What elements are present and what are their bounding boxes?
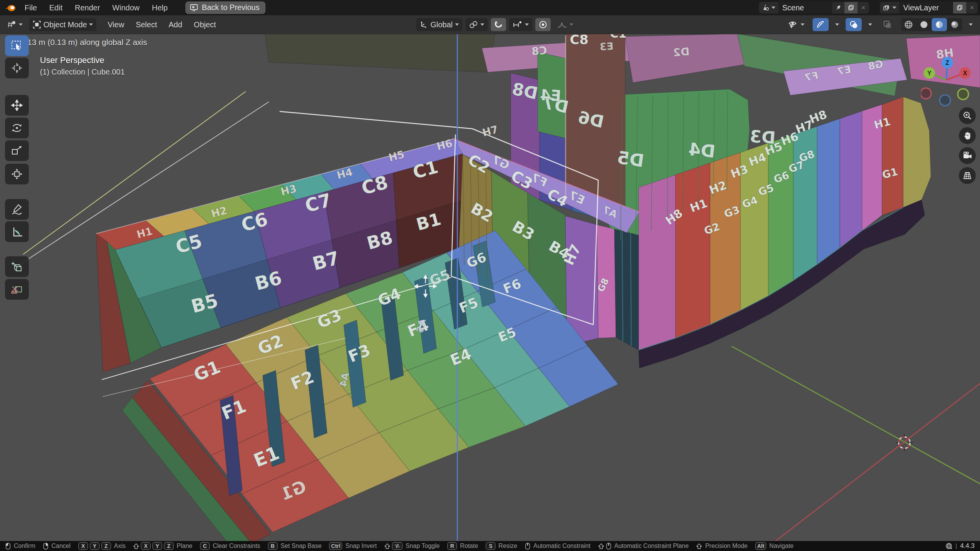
key-S-icon: S xyxy=(486,542,495,550)
blender-window: H1H2H3H4H5H6H7C5C6C7C8C1B5B6B7B8B1C2C3C4… xyxy=(0,0,980,551)
tool-annotate[interactable] xyxy=(5,199,29,220)
new-viewlayer-copy-button[interactable] xyxy=(953,2,966,13)
view-info: User Perspective (1) Collection | Cube.0… xyxy=(40,55,125,78)
new-scene-copy-button[interactable] xyxy=(844,2,858,13)
chevron-down-icon xyxy=(892,7,896,9)
transform-orientation-dropdown[interactable]: Global xyxy=(416,18,462,31)
viewport-canvas[interactable]: H1H2H3H4H5H6H7C5C6C7C8C1B5B6B7B8B1C2C3C4… xyxy=(0,0,980,551)
eye-cursor-icon xyxy=(788,20,798,29)
shading-solid-button[interactable] xyxy=(916,18,932,31)
shading-wireframe-button[interactable] xyxy=(901,18,916,31)
menu-file[interactable]: File xyxy=(18,0,43,15)
network-globe-icon xyxy=(945,543,952,549)
statusbar-hint: Confirm xyxy=(5,543,35,550)
visibility-dropdown[interactable] xyxy=(784,18,808,31)
tool-rotate[interactable] xyxy=(5,118,29,138)
tool-scale[interactable] xyxy=(5,140,29,161)
tool-select-box[interactable] xyxy=(5,35,29,56)
pivot-point-dropdown[interactable] xyxy=(465,18,488,31)
tool-add-cube[interactable] xyxy=(5,256,29,277)
proportional-falloff-dropdown[interactable] xyxy=(554,18,577,31)
statusbar-hint: XYZAxis xyxy=(78,542,126,550)
menu-edit[interactable]: Edit xyxy=(43,0,68,15)
tool-move[interactable] xyxy=(5,95,29,116)
editor-3dviewport-icon xyxy=(7,20,17,29)
navigation-gizmo[interactable]: Z Y X xyxy=(921,51,975,109)
snap-settings-dropdown[interactable] xyxy=(509,18,532,31)
menu-object[interactable]: Object xyxy=(188,15,222,34)
shift-icon xyxy=(133,543,139,549)
x-axis-line xyxy=(763,383,980,551)
unlink-scene-button[interactable]: × xyxy=(858,3,869,12)
menu-add[interactable]: Add xyxy=(163,15,188,34)
ghost-box xyxy=(280,111,472,129)
gizmo-minus-z-axis[interactable] xyxy=(940,95,950,106)
model-label: C8 xyxy=(531,44,547,58)
rotate-icon xyxy=(11,122,23,134)
magnifier-plus-icon xyxy=(963,111,972,120)
model-label: E3 xyxy=(599,40,614,53)
shading-dropdown[interactable] xyxy=(965,18,976,31)
tool-measure[interactable] xyxy=(5,221,29,242)
proportional-circle-icon xyxy=(539,20,547,29)
orientation-label: Global xyxy=(430,20,453,29)
tool-cursor[interactable] xyxy=(5,58,29,78)
orthographic-toggle-button[interactable] xyxy=(959,167,976,184)
key-R-icon: R xyxy=(447,542,457,550)
proportional-editing-button[interactable] xyxy=(535,18,551,31)
overlays-dropdown[interactable] xyxy=(865,18,876,31)
zoom-button[interactable] xyxy=(959,107,976,124)
viewlayer-name-field[interactable]: ViewLayer xyxy=(899,2,953,13)
model-face xyxy=(675,163,710,338)
snap-increment-icon xyxy=(513,20,523,29)
gizmos-dropdown[interactable] xyxy=(832,18,843,31)
blender-logo-icon[interactable] xyxy=(5,3,16,12)
model-face xyxy=(265,34,495,72)
overlays-toggle-button[interactable] xyxy=(846,18,862,31)
menu-help[interactable]: Help xyxy=(146,0,174,15)
model-face xyxy=(840,111,862,248)
xray-toggle-button[interactable] xyxy=(879,18,896,31)
menu-window[interactable]: Window xyxy=(106,0,146,15)
mode-dropdown[interactable]: Object Mode xyxy=(29,18,96,31)
transform-crosshair xyxy=(414,275,437,298)
gizmos-toggle-button[interactable] xyxy=(813,18,829,31)
tool-transform[interactable] xyxy=(5,164,29,184)
pan-button[interactable] xyxy=(959,127,976,144)
statusbar-hint: BSet Snap Base xyxy=(268,542,322,550)
remove-viewlayer-button[interactable]: × xyxy=(966,3,978,12)
statusbar-hint: AltNavigate xyxy=(755,542,794,550)
topbar: File Edit Render Window Help Back to Pre… xyxy=(0,0,980,15)
blender-version: 4.4.3 xyxy=(960,542,975,550)
tool-scissors[interactable] xyxy=(5,279,29,300)
y-axis-line xyxy=(732,346,980,484)
shading-rendered-button[interactable] xyxy=(947,18,962,31)
key-Ctrl-icon: Ctrl xyxy=(329,542,342,550)
scene-browse-button[interactable] xyxy=(759,2,778,13)
back-to-previous-button[interactable]: Back to Previous xyxy=(185,2,265,14)
solid-sphere-icon xyxy=(919,20,929,29)
camera-view-button[interactable] xyxy=(959,147,976,164)
menu-render[interactable]: Render xyxy=(69,0,106,15)
key-Y-icon: Y xyxy=(152,542,162,550)
shading-material-button[interactable] xyxy=(932,18,947,31)
hand-icon xyxy=(963,131,972,140)
3d-cursor xyxy=(893,431,916,454)
falloff-curve-icon xyxy=(557,20,567,29)
snap-toggle-button[interactable] xyxy=(491,18,506,31)
gizmo-minus-x-axis[interactable] xyxy=(921,88,931,99)
model-label: D2 xyxy=(673,45,690,59)
gizmo-minus-y-axis[interactable] xyxy=(958,89,968,100)
menu-view[interactable]: View xyxy=(102,15,130,34)
orientation-axes-icon xyxy=(420,20,428,29)
menu-select[interactable]: Select xyxy=(130,15,163,34)
chevron-down-icon xyxy=(525,23,529,26)
editor-type-button[interactable] xyxy=(4,18,26,31)
scene-name-field[interactable]: Scene xyxy=(778,2,832,13)
viewlayer-browse-button[interactable] xyxy=(880,2,899,13)
gizmo-y-label: Y xyxy=(927,70,932,76)
perspective-grid-icon xyxy=(963,171,972,180)
rendered-sphere-icon xyxy=(950,20,959,29)
pin-icon[interactable] xyxy=(832,2,844,13)
chevron-down-icon xyxy=(771,7,775,9)
